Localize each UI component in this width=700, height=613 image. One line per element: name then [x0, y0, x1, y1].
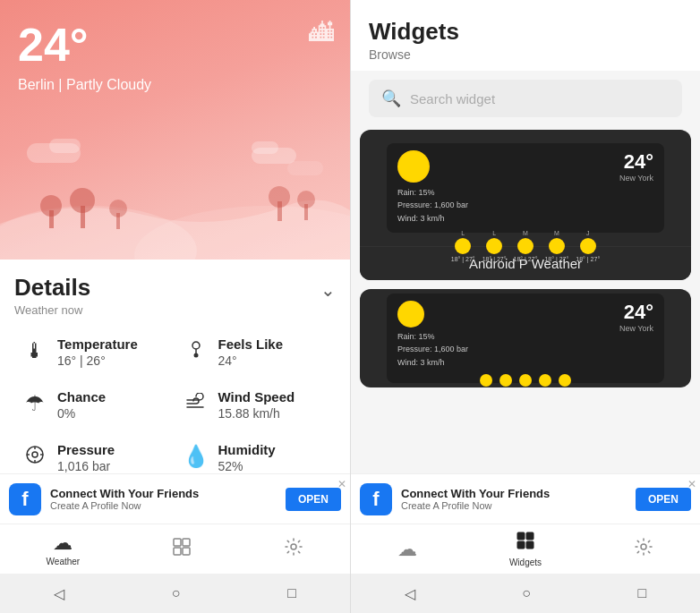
weather-hero: 🏙 24° Berlin | Partly Cloudy: [0, 0, 350, 260]
svg-rect-26: [526, 532, 534, 540]
details-title-block: Details Weather now: [14, 274, 90, 317]
sun-icon: [397, 150, 430, 183]
right-ad-open-button[interactable]: OPEN: [636, 488, 691, 511]
recents-button-left[interactable]: □: [287, 585, 296, 601]
left-ad-banner: f Connect With Your Friends Create A Pro…: [0, 473, 350, 524]
mini-weather-widget-2: Rain: 15% Pressure: 1,600 bar Wind: 3 km…: [387, 294, 664, 383]
right-ad-close-button[interactable]: ✕: [687, 478, 696, 490]
left-ad-title: Connect With Your Friends: [50, 487, 277, 500]
weather-nav-label: Weather: [47, 557, 81, 566]
nav-item-weather-right[interactable]: ☁: [380, 534, 435, 565]
home-button-left[interactable]: ○: [172, 585, 181, 601]
mini-temp-2: 24°: [619, 301, 653, 324]
svg-point-9: [269, 186, 290, 208]
svg-point-3: [40, 195, 62, 217]
right-android-nav: ◁ ○ □: [351, 574, 700, 613]
weather-nav-icon-right: ☁: [397, 538, 417, 561]
pressure-value: 1,016 bar: [57, 459, 115, 473]
chance-icon: ☂: [21, 391, 48, 416]
hero-temperature: 24°: [18, 21, 332, 68]
svg-point-12: [192, 342, 200, 349]
right-ad-banner: f Connect With Your Friends Create A Pro…: [351, 473, 700, 524]
widgets-nav-label: Widgets: [509, 558, 542, 567]
svg-point-15: [32, 452, 38, 457]
weather-item-wind: Wind Speed 15.88 km/h: [175, 379, 337, 431]
weather-item-feels-like: Feels Like 24°: [175, 326, 337, 379]
feels-like-value: 24°: [218, 353, 284, 368]
widget-search-bar[interactable]: 🔍 Search widget: [369, 80, 682, 117]
svg-rect-23: [183, 548, 190, 555]
widget-preview-1: Rain: 15% Pressure: 1,600 bar Wind: 3 km…: [360, 130, 691, 246]
left-bottom-nav: ☁ Weather: [0, 524, 350, 574]
weather-item-chance: ☂ Chance 0%: [14, 379, 175, 431]
nav-item-widgets-right[interactable]: Widgets: [491, 527, 559, 571]
city-icon: 🏙: [309, 18, 334, 47]
mini-weather-widget: Rain: 15% Pressure: 1,600 bar Wind: 3 km…: [387, 143, 664, 233]
search-icon: 🔍: [381, 89, 401, 108]
temperature-label: Temperature: [57, 336, 138, 352]
svg-rect-21: [183, 539, 190, 546]
left-ad-subtitle: Create A Profile Now: [50, 500, 277, 511]
widgets-browse: Browse: [369, 47, 682, 62]
temperature-value: 16° | 26°: [57, 353, 138, 368]
feels-like-label: Feels Like: [218, 336, 284, 352]
recents-button-right[interactable]: □: [638, 585, 647, 601]
mini-city-2: New York: [619, 324, 653, 333]
weather-nav-icon: ☁: [53, 532, 73, 555]
weather-item-humidity: 💧 Humidity 52%: [175, 431, 337, 473]
widgets-list: Rain: 15% Pressure: 1,600 bar Wind: 3 km…: [351, 130, 700, 473]
nav-item-settings-right[interactable]: [616, 533, 671, 566]
details-header: Details Weather now ⌄: [14, 274, 336, 317]
mini-city: New York: [619, 174, 653, 183]
svg-rect-20: [174, 539, 181, 546]
svg-point-11: [297, 191, 315, 209]
svg-point-13: [193, 353, 198, 358]
home-button-right[interactable]: ○: [522, 585, 531, 601]
right-facebook-icon: f: [360, 483, 392, 515]
nav-item-widgets-left[interactable]: [154, 533, 209, 566]
widgets-header: Widgets Browse: [351, 0, 700, 71]
left-panel: 🏙 24° Berlin | Partly Cloudy: [0, 0, 350, 613]
widget-card-2[interactable]: Rain: 15% Pressure: 1,600 bar Wind: 3 km…: [360, 289, 691, 387]
left-ad-open-button[interactable]: OPEN: [286, 488, 341, 511]
svg-point-24: [291, 544, 296, 549]
widgets-nav-icon-right: [516, 531, 535, 556]
right-ad-title: Connect With Your Friends: [401, 487, 627, 500]
hero-location: Berlin | Partly Cloudy: [18, 77, 332, 93]
svg-rect-27: [517, 541, 525, 549]
settings-nav-icon-right: [634, 537, 653, 562]
mini-temp: 24°: [619, 150, 653, 174]
svg-rect-25: [517, 532, 525, 540]
pressure-icon: [21, 444, 48, 471]
weather-item-pressure: Pressure 1,016 bar: [14, 431, 175, 473]
svg-rect-22: [174, 548, 181, 555]
back-button-left[interactable]: ◁: [54, 585, 64, 602]
details-subtitle: Weather now: [14, 303, 90, 317]
chevron-down-icon[interactable]: ⌄: [320, 279, 336, 301]
humidity-label: Humidity: [218, 442, 276, 457]
back-button-right[interactable]: ◁: [405, 585, 415, 602]
humidity-icon: 💧: [183, 444, 209, 469]
right-panel: Widgets Browse 🔍 Search widget Rain: 15%: [350, 0, 700, 613]
widgets-nav-icon-left: [172, 537, 192, 562]
right-ad-subtitle: Create A Profile Now: [401, 500, 627, 511]
search-input[interactable]: Search widget: [410, 91, 670, 106]
svg-point-7: [109, 200, 127, 217]
nav-item-settings-left[interactable]: [266, 533, 321, 566]
hero-decoration: [0, 134, 350, 260]
widget-card-android-p[interactable]: Rain: 15% Pressure: 1,600 bar Wind: 3 km…: [360, 130, 691, 280]
left-ad-close-button[interactable]: ✕: [337, 478, 346, 490]
weather-item-temperature: 🌡 Temperature 16° | 26°: [14, 326, 175, 379]
feels-like-icon: [183, 338, 209, 365]
temperature-icon: 🌡: [21, 338, 48, 363]
chance-value: 0%: [57, 406, 106, 421]
humidity-value: 52%: [218, 459, 276, 473]
nav-item-weather[interactable]: ☁ Weather: [29, 528, 98, 570]
landscape-svg: [0, 134, 350, 260]
left-android-nav: ◁ ○ □: [0, 574, 350, 613]
mini-wind: Wind: 3 km/h: [397, 212, 468, 225]
svg-rect-28: [526, 541, 534, 549]
wind-label: Wind Speed: [218, 389, 295, 404]
mini-pressure: Pressure: 1,600 bar: [397, 199, 468, 211]
facebook-icon: f: [9, 483, 41, 515]
